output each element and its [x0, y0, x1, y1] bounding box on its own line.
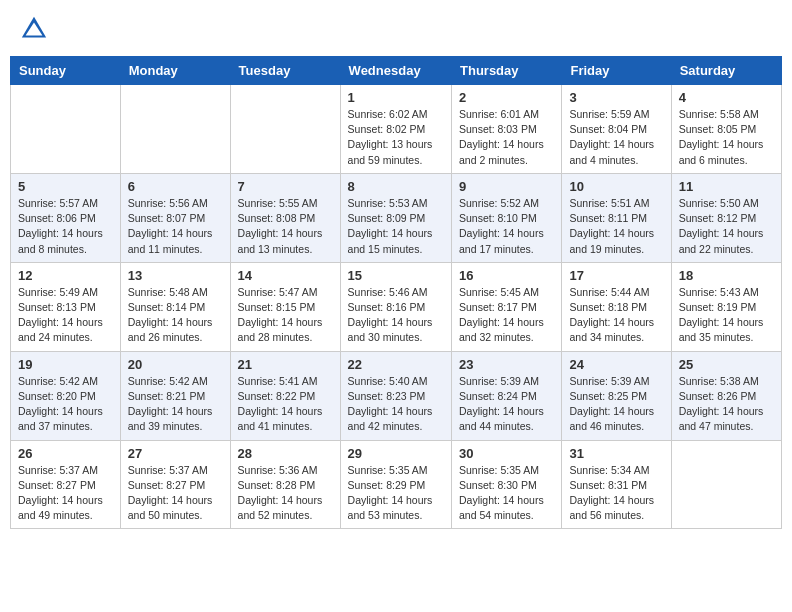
calendar-cell: 18Sunrise: 5:43 AM Sunset: 8:19 PM Dayli…	[671, 262, 781, 351]
day-number: 6	[128, 179, 223, 194]
day-info: Sunrise: 5:35 AM Sunset: 8:29 PM Dayligh…	[348, 463, 444, 524]
calendar-cell: 20Sunrise: 5:42 AM Sunset: 8:21 PM Dayli…	[120, 351, 230, 440]
day-number: 17	[569, 268, 663, 283]
day-info: Sunrise: 5:35 AM Sunset: 8:30 PM Dayligh…	[459, 463, 554, 524]
calendar-cell: 24Sunrise: 5:39 AM Sunset: 8:25 PM Dayli…	[562, 351, 671, 440]
day-info: Sunrise: 5:34 AM Sunset: 8:31 PM Dayligh…	[569, 463, 663, 524]
day-info: Sunrise: 5:49 AM Sunset: 8:13 PM Dayligh…	[18, 285, 113, 346]
calendar-cell: 1Sunrise: 6:02 AM Sunset: 8:02 PM Daylig…	[340, 85, 451, 174]
calendar-cell: 22Sunrise: 5:40 AM Sunset: 8:23 PM Dayli…	[340, 351, 451, 440]
day-info: Sunrise: 5:40 AM Sunset: 8:23 PM Dayligh…	[348, 374, 444, 435]
calendar-cell: 28Sunrise: 5:36 AM Sunset: 8:28 PM Dayli…	[230, 440, 340, 529]
day-info: Sunrise: 5:39 AM Sunset: 8:24 PM Dayligh…	[459, 374, 554, 435]
day-info: Sunrise: 5:46 AM Sunset: 8:16 PM Dayligh…	[348, 285, 444, 346]
calendar-cell: 9Sunrise: 5:52 AM Sunset: 8:10 PM Daylig…	[452, 173, 562, 262]
calendar-cell: 17Sunrise: 5:44 AM Sunset: 8:18 PM Dayli…	[562, 262, 671, 351]
calendar-cell: 2Sunrise: 6:01 AM Sunset: 8:03 PM Daylig…	[452, 85, 562, 174]
logo	[20, 15, 52, 43]
day-info: Sunrise: 5:36 AM Sunset: 8:28 PM Dayligh…	[238, 463, 333, 524]
day-number: 16	[459, 268, 554, 283]
calendar-cell: 10Sunrise: 5:51 AM Sunset: 8:11 PM Dayli…	[562, 173, 671, 262]
day-number: 2	[459, 90, 554, 105]
day-info: Sunrise: 5:37 AM Sunset: 8:27 PM Dayligh…	[128, 463, 223, 524]
day-info: Sunrise: 5:58 AM Sunset: 8:05 PM Dayligh…	[679, 107, 774, 168]
calendar-cell: 15Sunrise: 5:46 AM Sunset: 8:16 PM Dayli…	[340, 262, 451, 351]
day-number: 13	[128, 268, 223, 283]
calendar-cell	[11, 85, 121, 174]
day-info: Sunrise: 5:51 AM Sunset: 8:11 PM Dayligh…	[569, 196, 663, 257]
day-number: 21	[238, 357, 333, 372]
day-number: 29	[348, 446, 444, 461]
calendar-cell: 3Sunrise: 5:59 AM Sunset: 8:04 PM Daylig…	[562, 85, 671, 174]
day-number: 9	[459, 179, 554, 194]
column-header-monday: Monday	[120, 57, 230, 85]
calendar-cell: 8Sunrise: 5:53 AM Sunset: 8:09 PM Daylig…	[340, 173, 451, 262]
calendar-cell: 6Sunrise: 5:56 AM Sunset: 8:07 PM Daylig…	[120, 173, 230, 262]
day-number: 12	[18, 268, 113, 283]
calendar-cell	[671, 440, 781, 529]
calendar-week-row: 12Sunrise: 5:49 AM Sunset: 8:13 PM Dayli…	[11, 262, 782, 351]
column-header-friday: Friday	[562, 57, 671, 85]
day-info: Sunrise: 5:50 AM Sunset: 8:12 PM Dayligh…	[679, 196, 774, 257]
column-header-sunday: Sunday	[11, 57, 121, 85]
day-number: 8	[348, 179, 444, 194]
day-info: Sunrise: 5:44 AM Sunset: 8:18 PM Dayligh…	[569, 285, 663, 346]
day-number: 26	[18, 446, 113, 461]
calendar-cell: 31Sunrise: 5:34 AM Sunset: 8:31 PM Dayli…	[562, 440, 671, 529]
page-header	[10, 10, 782, 48]
calendar-cell: 12Sunrise: 5:49 AM Sunset: 8:13 PM Dayli…	[11, 262, 121, 351]
day-number: 30	[459, 446, 554, 461]
calendar-cell: 29Sunrise: 5:35 AM Sunset: 8:29 PM Dayli…	[340, 440, 451, 529]
day-info: Sunrise: 5:47 AM Sunset: 8:15 PM Dayligh…	[238, 285, 333, 346]
day-info: Sunrise: 5:38 AM Sunset: 8:26 PM Dayligh…	[679, 374, 774, 435]
day-number: 27	[128, 446, 223, 461]
calendar-week-row: 1Sunrise: 6:02 AM Sunset: 8:02 PM Daylig…	[11, 85, 782, 174]
column-header-tuesday: Tuesday	[230, 57, 340, 85]
day-info: Sunrise: 5:52 AM Sunset: 8:10 PM Dayligh…	[459, 196, 554, 257]
day-info: Sunrise: 5:53 AM Sunset: 8:09 PM Dayligh…	[348, 196, 444, 257]
calendar-cell: 14Sunrise: 5:47 AM Sunset: 8:15 PM Dayli…	[230, 262, 340, 351]
day-info: Sunrise: 5:42 AM Sunset: 8:20 PM Dayligh…	[18, 374, 113, 435]
calendar-cell: 23Sunrise: 5:39 AM Sunset: 8:24 PM Dayli…	[452, 351, 562, 440]
day-number: 18	[679, 268, 774, 283]
day-number: 22	[348, 357, 444, 372]
calendar-table: SundayMondayTuesdayWednesdayThursdayFrid…	[10, 56, 782, 529]
day-number: 19	[18, 357, 113, 372]
calendar-cell: 4Sunrise: 5:58 AM Sunset: 8:05 PM Daylig…	[671, 85, 781, 174]
day-info: Sunrise: 5:45 AM Sunset: 8:17 PM Dayligh…	[459, 285, 554, 346]
day-info: Sunrise: 5:48 AM Sunset: 8:14 PM Dayligh…	[128, 285, 223, 346]
column-header-saturday: Saturday	[671, 57, 781, 85]
calendar-week-row: 19Sunrise: 5:42 AM Sunset: 8:20 PM Dayli…	[11, 351, 782, 440]
column-header-thursday: Thursday	[452, 57, 562, 85]
day-number: 15	[348, 268, 444, 283]
day-number: 14	[238, 268, 333, 283]
calendar-cell	[230, 85, 340, 174]
day-info: Sunrise: 6:01 AM Sunset: 8:03 PM Dayligh…	[459, 107, 554, 168]
calendar-cell: 19Sunrise: 5:42 AM Sunset: 8:20 PM Dayli…	[11, 351, 121, 440]
day-number: 31	[569, 446, 663, 461]
calendar-cell: 5Sunrise: 5:57 AM Sunset: 8:06 PM Daylig…	[11, 173, 121, 262]
calendar-cell: 16Sunrise: 5:45 AM Sunset: 8:17 PM Dayli…	[452, 262, 562, 351]
day-info: Sunrise: 5:37 AM Sunset: 8:27 PM Dayligh…	[18, 463, 113, 524]
day-number: 28	[238, 446, 333, 461]
day-number: 4	[679, 90, 774, 105]
day-number: 24	[569, 357, 663, 372]
day-info: Sunrise: 5:57 AM Sunset: 8:06 PM Dayligh…	[18, 196, 113, 257]
calendar-cell: 30Sunrise: 5:35 AM Sunset: 8:30 PM Dayli…	[452, 440, 562, 529]
calendar-cell	[120, 85, 230, 174]
day-number: 10	[569, 179, 663, 194]
day-number: 3	[569, 90, 663, 105]
day-info: Sunrise: 5:55 AM Sunset: 8:08 PM Dayligh…	[238, 196, 333, 257]
day-info: Sunrise: 5:56 AM Sunset: 8:07 PM Dayligh…	[128, 196, 223, 257]
calendar-week-row: 26Sunrise: 5:37 AM Sunset: 8:27 PM Dayli…	[11, 440, 782, 529]
logo-icon	[20, 15, 48, 43]
calendar-cell: 26Sunrise: 5:37 AM Sunset: 8:27 PM Dayli…	[11, 440, 121, 529]
calendar-cell: 21Sunrise: 5:41 AM Sunset: 8:22 PM Dayli…	[230, 351, 340, 440]
day-number: 7	[238, 179, 333, 194]
day-number: 20	[128, 357, 223, 372]
day-number: 5	[18, 179, 113, 194]
calendar-cell: 13Sunrise: 5:48 AM Sunset: 8:14 PM Dayli…	[120, 262, 230, 351]
day-info: Sunrise: 5:43 AM Sunset: 8:19 PM Dayligh…	[679, 285, 774, 346]
day-number: 25	[679, 357, 774, 372]
day-number: 1	[348, 90, 444, 105]
